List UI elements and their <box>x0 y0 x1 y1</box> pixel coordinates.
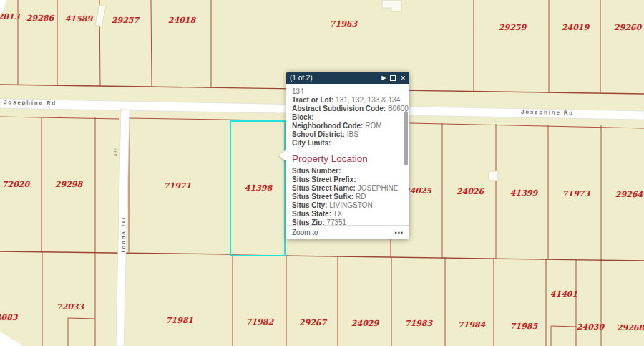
parcel-label-29268: 29268 <box>617 323 644 332</box>
attribute-value: 134 <box>292 87 304 95</box>
attribute-row: Situs Zip: 77351 <box>292 218 402 225</box>
attribute-label: Situs Street Prefix: <box>292 176 356 183</box>
parcel-label-24019: 24019 <box>562 23 589 32</box>
parcel-label-4083: 4083 <box>0 313 17 322</box>
attribute-label: School District: <box>292 130 345 138</box>
popup-footer: Zoom to ••• <box>286 225 409 239</box>
road-marker-499: 499 <box>113 147 118 156</box>
parcel-label-71983: 71983 <box>405 319 432 328</box>
popup-header[interactable]: (1 of 2) ▶ ✕ <box>286 72 409 84</box>
building-footprint <box>95 5 106 27</box>
parcel-label-41399: 41399 <box>510 188 537 198</box>
attribute-row: Neighborhood Code: ROM <box>292 122 402 130</box>
attribute-label: Situs Zip: <box>292 218 325 225</box>
popup-scrollbar-thumb[interactable] <box>404 111 408 165</box>
attribute-value: RD <box>353 193 366 201</box>
map-edge <box>0 0 23 346</box>
attribute-label: Situs State: <box>292 210 331 218</box>
parcel-label-72020: 72020 <box>2 180 29 189</box>
parcel-label-71985: 71985 <box>510 322 537 331</box>
attribute-label: Situs City: <box>292 201 327 209</box>
attribute-row: City Limits: <box>292 139 402 148</box>
parcel-label-24030: 24030 <box>577 322 604 332</box>
parcel-label-71963: 71963 <box>330 19 357 29</box>
attribute-row: Situs Street Name: JOSEPHINE <box>292 184 402 193</box>
parcel-label-29264: 29264 <box>615 190 643 199</box>
parcel-label-29286: 29286 <box>26 14 54 23</box>
feature-popup: (1 of 2) ▶ ✕ 134Tract or Lot: 131, 132, … <box>286 72 409 239</box>
attribute-value: 131, 132, 133 & 134 <box>333 96 400 104</box>
attribute-value: LIVINGSTON <box>327 201 372 209</box>
attribute-label: Situs Street Name: <box>292 184 356 192</box>
parcel-label-24018: 24018 <box>168 16 195 25</box>
parcel-label-41401: 41401 <box>550 289 577 299</box>
attribute-value: 77351 <box>325 218 347 225</box>
attribute-row: Situs State: TX <box>292 210 402 218</box>
attribute-row: Tract or Lot: 131, 132, 133 & 134 <box>292 96 402 105</box>
building-footprint <box>489 171 498 181</box>
attribute-row: Abstract Subdivision Code: B0600 #6 <box>292 105 402 113</box>
parcel-label-71971: 71971 <box>164 181 191 191</box>
map-canvas[interactable]: 2013292864158929257240187196329259240192… <box>0 0 644 346</box>
parcel-label-2013: 2013 <box>0 12 19 21</box>
popup-pagination-title: (1 of 2) <box>290 74 377 82</box>
road-label-tonda: Tonda Trl <box>120 216 127 254</box>
attribute-row: 134 <box>292 87 402 96</box>
popup-body: 134Tract or Lot: 131, 132, 133 & 134Abst… <box>286 84 409 225</box>
parcel-label-71981: 71981 <box>166 316 193 325</box>
building-footprint <box>382 1 401 11</box>
parcel-label-41398: 41398 <box>245 183 272 193</box>
close-icon[interactable]: ✕ <box>400 75 406 81</box>
attribute-label: Situs Number: <box>292 167 341 175</box>
parcel-label-29267: 29267 <box>299 318 326 327</box>
dock-popup-icon[interactable] <box>390 75 396 81</box>
parcel-label-24029: 24029 <box>351 319 379 328</box>
attribute-value: TX <box>331 210 342 218</box>
parcel-label-24026: 24026 <box>457 187 484 196</box>
parcel-label-29298: 29298 <box>55 180 82 189</box>
attribute-label: Abstract Subdivision Code: <box>292 105 386 112</box>
parcel-label-71984: 71984 <box>458 320 485 330</box>
attribute-row: School District: IBS <box>292 130 402 139</box>
attribute-label: City Limits: <box>292 139 331 147</box>
attribute-label: Neighborhood Code: <box>292 122 363 130</box>
attribute-row: Situs City: LIVINGSTON <box>292 201 402 210</box>
parcel-label-29259: 29259 <box>499 23 526 32</box>
attribute-row: Situs Street Sufix: RD <box>292 193 402 201</box>
attribute-value: JOSEPHINE <box>356 184 398 192</box>
attribute-row: Situs Street Prefix: <box>292 176 402 184</box>
more-options-icon[interactable]: ••• <box>395 229 404 236</box>
parcel-label-41589: 41589 <box>65 14 92 24</box>
parcel-label-29260: 29260 <box>614 23 641 32</box>
attribute-rows-top: 134Tract or Lot: 131, 132, 133 & 134Abst… <box>292 87 402 148</box>
attribute-row: Block: <box>292 113 402 122</box>
attribute-value: ROM <box>363 122 381 130</box>
road-label-josephine-right: Josephine Rd <box>521 109 574 117</box>
attribute-label: Situs Street Sufix: <box>292 193 353 201</box>
parcel-label-71982: 71982 <box>246 317 273 327</box>
attribute-label: Block: <box>292 113 314 121</box>
attribute-row: Situs Number: <box>292 167 402 176</box>
next-feature-icon[interactable]: ▶ <box>381 75 386 81</box>
road-label-josephine-left: Josephine Rd <box>4 99 57 106</box>
zoom-to-link[interactable]: Zoom to <box>292 229 318 236</box>
attribute-value: IBS <box>345 130 358 138</box>
parcel-label-72033: 72033 <box>57 302 84 312</box>
attribute-label: Tract or Lot: <box>292 96 333 104</box>
parcel-label-71973: 71973 <box>562 189 590 198</box>
popup-section-heading: Property Location <box>292 153 402 164</box>
parcel-label-29257: 29257 <box>112 16 139 25</box>
attribute-rows-location: Situs Number:Situs Street Prefix:Situs S… <box>292 167 402 225</box>
